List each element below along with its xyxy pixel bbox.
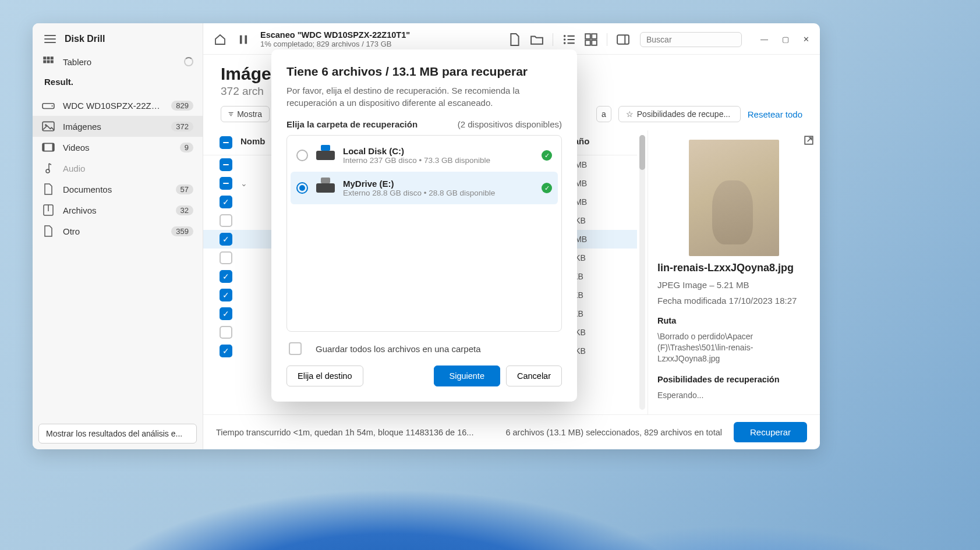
sidebar-item-drive[interactable]: WDC WD10SPZX-22Z10... 829 (33, 95, 203, 116)
search-input[interactable] (646, 35, 748, 44)
home-icon[interactable] (214, 33, 227, 46)
maximize-icon[interactable]: ▢ (782, 35, 789, 44)
recovery-modal: Tiene 6 archivos / 13.1 MB para recupera… (271, 49, 577, 402)
row-checkbox[interactable]: ✓ (220, 196, 232, 208)
sidebar-count: 32 (176, 205, 193, 215)
svg-rect-16 (240, 35, 242, 44)
sidebar-item-videos[interactable]: Videos 9 (33, 137, 203, 158)
show-results-button[interactable]: Mostrar los resultados del análisis e... (38, 424, 197, 443)
pause-icon[interactable] (237, 33, 250, 46)
row-checkbox[interactable]: ✓ (220, 233, 232, 246)
modal-desc: Por favor, elija el destino de recuperac… (286, 84, 562, 109)
chevron-down-icon[interactable]: ⌄ (240, 179, 247, 188)
row-checkbox[interactable]: ✓ (220, 345, 232, 357)
choose-destination-button[interactable]: Elija el destino (286, 366, 363, 386)
row-checkbox[interactable] (220, 158, 232, 171)
video-icon (42, 141, 55, 153)
sidebar-item-archives[interactable]: Archivos 32 (33, 200, 203, 221)
row-checkbox[interactable]: ✓ (220, 289, 232, 301)
document-icon (42, 183, 55, 195)
svg-rect-27 (592, 40, 597, 45)
row-checkbox[interactable] (220, 326, 232, 339)
sidebar-item-audio[interactable]: Audio (33, 158, 203, 179)
sidebar-count: 359 (171, 226, 193, 236)
modal-title: Tiene 6 archivos / 13.1 MB para recupera… (286, 65, 562, 79)
sidebar-item-label: Documentos (63, 184, 168, 194)
audio-icon (42, 162, 55, 174)
sidebar-item-label: Otro (63, 226, 163, 236)
filter-chance-button[interactable]: ☆ Posibilidades de recupe... (618, 106, 741, 122)
detail-path: \Borrado o perdido\Apacer (F)\Trashes\50… (657, 331, 811, 364)
scrollbar[interactable] (639, 135, 645, 410)
detail-chance: Esperando... (657, 390, 811, 401)
svg-rect-0 (43, 56, 46, 59)
svg-rect-3 (43, 61, 46, 63)
save-all-label: Guardar todos los archivos en una carpet… (316, 344, 481, 354)
filter-a-button[interactable]: a (596, 106, 611, 122)
detail-meta: JPEG Image – 5.21 MB (657, 280, 811, 290)
grid-view-icon[interactable] (585, 33, 597, 46)
sidebar-toggle-icon[interactable] (617, 33, 629, 46)
scan-title: Escaneo "WDC WD10SPZX-22Z10T1" (260, 30, 498, 40)
device-name: MyDrive (E:) (343, 179, 533, 189)
open-external-icon[interactable] (804, 135, 814, 147)
sidebar-item-label: WDC WD10SPZX-22Z10... (63, 101, 163, 111)
device-item[interactable]: MyDrive (E:)Externo 28.8 GB disco • 28.8… (291, 172, 558, 204)
sidebar-item-label: Imágenes (63, 122, 163, 132)
folder-icon[interactable] (530, 33, 543, 46)
reset-all-link[interactable]: Resetear todo (748, 109, 802, 119)
row-checkbox[interactable]: ✓ (220, 307, 232, 320)
device-radio[interactable] (296, 150, 308, 161)
detail-path-label: Ruta (657, 316, 811, 325)
save-all-checkbox[interactable] (289, 342, 302, 355)
svg-point-18 (564, 35, 566, 37)
row-checkbox[interactable] (220, 251, 232, 264)
sidebar-count: 9 (180, 143, 193, 152)
row-checkbox[interactable]: ✓ (220, 270, 232, 283)
row-checkbox[interactable] (220, 214, 232, 227)
next-button[interactable]: Siguiente (434, 366, 500, 386)
sidebar-result-items: WDC WD10SPZX-22Z10... 829 Imágenes 372 V… (33, 91, 203, 245)
close-icon[interactable]: ✕ (803, 35, 809, 44)
row-checkbox[interactable] (220, 177, 232, 190)
sidebar-dashboard[interactable]: Tablero (33, 51, 203, 72)
modal-available: (2 dispositivos disponibles) (458, 119, 562, 129)
device-item[interactable]: Local Disk (C:)Interno 237 GB disco • 73… (291, 139, 558, 172)
app-title: Disk Drill (65, 34, 105, 44)
svg-point-13 (46, 169, 49, 173)
toolbar-divider (553, 33, 553, 46)
file-icon[interactable] (508, 33, 521, 46)
svg-rect-17 (245, 35, 247, 44)
menu-icon[interactable] (44, 35, 56, 43)
spinner-icon (184, 57, 193, 66)
cancel-button[interactable]: Cancelar (506, 366, 562, 386)
sidebar-count: 372 (171, 122, 193, 132)
sidebar: Disk Drill Tablero Result. WDC WD10SPZX-… (33, 23, 203, 449)
sidebar-item-images[interactable]: Imágenes 372 (33, 116, 203, 137)
file-icon (42, 225, 55, 237)
sidebar-item-documents[interactable]: Documentos 57 (33, 179, 203, 200)
list-icon[interactable] (562, 33, 575, 46)
detail-chance-label: Posibilidades de recuperación (657, 375, 811, 384)
device-list: Local Disk (C:)Interno 237 GB disco • 73… (286, 135, 562, 332)
sidebar-item-label: Archivos (63, 205, 168, 215)
device-name: Local Disk (C:) (343, 146, 533, 156)
sidebar-item-label: Videos (63, 143, 172, 152)
disk-icon (316, 151, 335, 160)
minimize-icon[interactable]: — (760, 35, 768, 44)
svg-point-20 (564, 38, 566, 41)
filter-show-button[interactable]: Mostra (221, 106, 270, 122)
header-checkbox[interactable] (220, 136, 232, 149)
sidebar-item-other[interactable]: Otro 359 (33, 221, 203, 242)
check-icon: ✓ (542, 150, 552, 161)
device-radio[interactable] (296, 182, 308, 194)
svg-point-7 (52, 105, 53, 107)
footer: Tiempo transcurrido <1m, quedan 1h 54m, … (203, 414, 820, 449)
svg-rect-25 (592, 34, 597, 39)
detail-modified: Fecha modificada 17/10/2023 18:27 (657, 296, 811, 306)
search-box[interactable] (640, 32, 742, 47)
recover-button[interactable]: Recuperar (734, 422, 807, 442)
modal-choose-label: Elija la carpeta de recuperación (286, 119, 418, 129)
svg-rect-26 (585, 40, 590, 45)
footer-selection: 6 archivos (13.1 MB) seleccionados, 829 … (505, 428, 722, 437)
